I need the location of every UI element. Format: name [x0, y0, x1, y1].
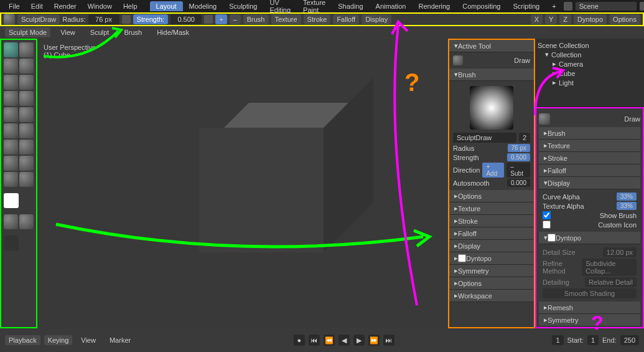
menu-file[interactable]: File: [4, 1, 25, 11]
tool-crease[interactable]: [4, 91, 18, 106]
tool-elastic[interactable]: [19, 140, 34, 155]
tool-nudge[interactable]: [19, 172, 34, 187]
radius-pressure-icon[interactable]: [122, 15, 131, 24]
tool-scrape[interactable]: [4, 123, 18, 138]
autokey-icon[interactable]: ●: [294, 335, 305, 346]
brush-icon[interactable]: [4, 14, 15, 25]
tab-add[interactable]: +: [546, 1, 562, 11]
panel-falloff[interactable]: Falloff: [449, 227, 534, 240]
mode-select[interactable]: Sculpt Mode: [5, 27, 50, 37]
tab-layout[interactable]: Layout: [150, 1, 183, 11]
tab-texpaint[interactable]: Texture Paint: [297, 0, 332, 15]
menu-help[interactable]: Help: [118, 1, 142, 11]
jump-end-icon[interactable]: ⏭: [383, 335, 394, 346]
dyntopo-check[interactable]: [458, 254, 466, 262]
panel-dyntopo[interactable]: Dyntopo: [449, 252, 534, 265]
curve-alpha-v[interactable]: 33%: [617, 193, 637, 201]
keying-menu[interactable]: Keying: [44, 335, 73, 345]
panel-workspace[interactable]: Workspace: [449, 290, 534, 302]
tool-fill[interactable]: [19, 107, 34, 122]
tool-pose[interactable]: [4, 172, 18, 187]
tool-clay[interactable]: [19, 42, 34, 57]
tool-inflate[interactable]: [4, 75, 18, 90]
axis-x[interactable]: X: [531, 14, 543, 24]
vp-brush-menu[interactable]: Brush: [119, 27, 147, 37]
axis-y[interactable]: Y: [545, 14, 557, 24]
tool-boxhide[interactable]: [19, 214, 34, 229]
panel-stroke[interactable]: Stroke: [449, 215, 534, 227]
key-next-icon[interactable]: ⏩: [368, 335, 380, 346]
panel-options[interactable]: Options: [449, 190, 534, 202]
play-rev-icon[interactable]: ◀: [338, 335, 350, 346]
tab-animation[interactable]: Animation: [370, 1, 413, 11]
prop-remesh[interactable]: Remesh: [539, 302, 640, 314]
dir-sub[interactable]: – Subt: [506, 163, 530, 178]
prop-symmetry[interactable]: Symmetry: [539, 314, 640, 326]
light-item[interactable]: ▸ Light: [538, 78, 642, 87]
strength-v[interactable]: 0.500: [507, 153, 530, 161]
prop-texture[interactable]: Texture: [539, 140, 640, 152]
custom-icon-check[interactable]: [543, 221, 551, 229]
tool-annotate[interactable]: [4, 235, 19, 250]
tool-boxmask[interactable]: [4, 214, 18, 229]
tool-mask[interactable]: [4, 193, 19, 208]
scene-collection[interactable]: Scene Collection: [538, 41, 642, 50]
timeline-marker[interactable]: Marker: [105, 335, 136, 345]
current-frame[interactable]: 1: [552, 335, 563, 345]
play-icon[interactable]: ▶: [353, 335, 365, 346]
tab-scripting[interactable]: Scripting: [506, 1, 546, 11]
tool-layer[interactable]: [19, 59, 34, 74]
tool-snake[interactable]: [4, 156, 18, 171]
dir-add[interactable]: + Add: [482, 163, 504, 178]
header-falloff-menu[interactable]: Falloff: [333, 14, 359, 24]
prop-options[interactable]: Options: [539, 326, 640, 328]
prop-dyntopo-check[interactable]: [548, 234, 556, 242]
tab-compositing[interactable]: Compositing: [456, 1, 506, 11]
panel-brush[interactable]: Brush: [449, 69, 534, 81]
vp-sculpt-menu[interactable]: Sculpt: [85, 27, 114, 37]
panel-symmetry[interactable]: Symmetry: [449, 265, 534, 277]
radius-input[interactable]: 76 px: [88, 14, 119, 24]
axis-z[interactable]: Z: [559, 14, 571, 24]
tab-rendering[interactable]: Rendering: [412, 1, 456, 11]
strength-input[interactable]: 0.500: [170, 14, 202, 24]
menu-window[interactable]: Window: [83, 1, 117, 11]
strength-pressure-icon[interactable]: [204, 15, 213, 24]
panel-texture[interactable]: Texture: [449, 202, 534, 215]
tab-sculpting[interactable]: Sculpting: [223, 1, 263, 11]
tool-smooth[interactable]: [19, 91, 34, 106]
panel-active-tool[interactable]: Active Tool: [449, 40, 534, 52]
cube-item[interactable]: ▸ Cube: [538, 69, 642, 78]
header-display-menu[interactable]: Display: [362, 14, 391, 24]
tool-grab[interactable]: [4, 140, 18, 155]
tab-modeling[interactable]: Modeling: [183, 1, 223, 11]
outliner[interactable]: Scene Collection ▾ Collection ▸ Camera ▸…: [535, 39, 644, 107]
camera-item[interactable]: ▸ Camera: [538, 59, 642, 69]
direction-sub[interactable]: –: [230, 14, 241, 24]
header-stroke-menu[interactable]: Stroke: [304, 14, 331, 24]
tool-draw[interactable]: [4, 42, 18, 57]
tool-pinch[interactable]: [19, 123, 34, 138]
menu-edit[interactable]: Edit: [26, 1, 48, 11]
prop-falloff[interactable]: Falloff: [539, 164, 640, 177]
brush-name-field[interactable]: SculptDraw: [453, 133, 516, 143]
brush-preview[interactable]: [470, 86, 513, 130]
options-menu[interactable]: Options: [609, 14, 640, 24]
vp-hidemask-menu[interactable]: Hide/Mask: [152, 27, 194, 37]
dyntopo-toggle[interactable]: Dyntopo: [574, 14, 607, 24]
jump-start-icon[interactable]: ⏮: [309, 335, 320, 346]
brush-name[interactable]: SculptDraw: [17, 14, 60, 24]
scene-name-input[interactable]: [575, 1, 637, 11]
panel-options2[interactable]: Options: [449, 277, 534, 290]
tab-uv[interactable]: UV Editing: [263, 0, 297, 15]
vp-view-menu[interactable]: View: [55, 27, 80, 37]
prop-display[interactable]: Display: [539, 177, 640, 189]
prop-stroke[interactable]: Stroke: [539, 152, 640, 164]
tool-claystrips[interactable]: [4, 59, 18, 74]
direction-add[interactable]: +: [215, 14, 226, 24]
tex-alpha-v[interactable]: 33%: [617, 202, 637, 210]
playback-menu[interactable]: Playback: [5, 335, 40, 345]
collection[interactable]: ▾ Collection: [538, 50, 642, 59]
autosmooth-v[interactable]: 0.000: [507, 179, 530, 187]
show-brush-check[interactable]: [543, 211, 551, 219]
